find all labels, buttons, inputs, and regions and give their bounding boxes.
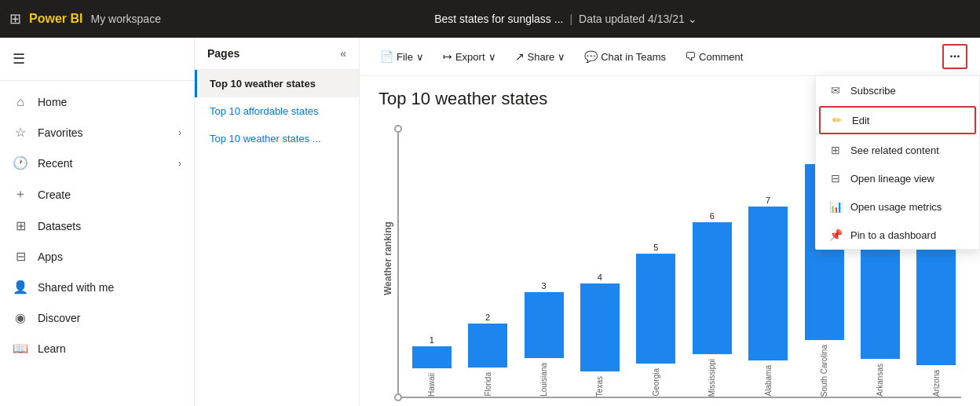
bar-value: 3 xyxy=(541,281,546,291)
dropdown-item-metrics[interactable]: 📊 Open usage metrics xyxy=(816,192,979,221)
sidebar-item-learn[interactable]: 📖 Learn xyxy=(0,333,194,364)
related-icon: ⊞ xyxy=(828,144,843,156)
bar-group: 2Florida xyxy=(463,313,512,397)
dashboard-icon: 📌 xyxy=(828,229,843,241)
report-toolbar: 📄 File ∨ ↦ Export ∨ ↗ Share ∨ 💬 Chat in … xyxy=(360,38,980,76)
sidebar-item-label: Apps xyxy=(38,251,181,263)
subscribe-icon: ✉ xyxy=(828,84,843,97)
chevron-down-icon: ∨ xyxy=(558,51,565,63)
dropdown-item-dashboard[interactable]: 📌 Pin to a dashboard xyxy=(816,221,979,249)
bar-group: 5Georgia xyxy=(631,243,681,397)
pages-collapse-button[interactable]: « xyxy=(340,47,346,60)
export-button[interactable]: ↦ Export ∨ xyxy=(435,46,504,67)
bar-label: Texas xyxy=(595,376,604,397)
bar-label: Mississippi xyxy=(708,359,716,397)
pages-header: Pages « xyxy=(195,38,359,70)
bar[interactable] xyxy=(525,292,564,358)
bar-label: Arizona xyxy=(932,370,941,397)
apps-icon: ⊟ xyxy=(13,249,28,264)
sidebar-top: ☰ xyxy=(0,38,194,81)
sidebar-nav: ⌂ Home ☆ Favorites › 🕐 Recent › ＋ Create… xyxy=(0,81,194,406)
share-button[interactable]: ↗ Share ∨ xyxy=(507,46,574,67)
chat-in-teams-button[interactable]: 💬 Chat in Teams xyxy=(576,46,674,67)
page-item-top10affordable[interactable]: Top 10 affordable states xyxy=(195,97,359,125)
bar[interactable] xyxy=(468,324,507,368)
teams-icon: 💬 xyxy=(584,50,598,63)
bar[interactable] xyxy=(636,254,675,364)
hamburger-button[interactable]: ☰ xyxy=(6,47,31,71)
comment-button[interactable]: 🗨 Comment xyxy=(677,46,751,67)
report-title: Top 10 weather states xyxy=(378,89,547,109)
sidebar-item-home[interactable]: ⌂ Home xyxy=(0,87,194,117)
sidebar-item-recent[interactable]: 🕐 Recent › xyxy=(0,148,194,178)
bar-value: 2 xyxy=(485,313,490,322)
share-icon: ↗ xyxy=(515,50,525,63)
sidebar-item-favorites[interactable]: ☆ Favorites › xyxy=(0,117,194,148)
sidebar-item-label: Learn xyxy=(38,342,181,355)
sidebar-item-discover[interactable]: ◉ Discover xyxy=(0,302,194,333)
bar-label: Alabama xyxy=(764,365,773,396)
edit-icon: ✏ xyxy=(830,114,844,126)
sidebar-item-datasets[interactable]: ⊞ Datasets xyxy=(0,210,194,241)
bar-label: Louisiana xyxy=(539,363,548,397)
metrics-icon: 📊 xyxy=(828,200,843,213)
bar-value: 5 xyxy=(653,243,658,252)
bar-label: Arkansas xyxy=(876,364,884,397)
chevron-down-icon: ∨ xyxy=(488,51,496,63)
file-icon: 📄 xyxy=(380,50,393,63)
dropdown-item-related[interactable]: ⊞ See related content xyxy=(816,136,979,164)
bar-label: South Carolina xyxy=(820,345,828,397)
sidebar-item-label: Datasets xyxy=(38,220,181,232)
y-axis-label: Weather ranking xyxy=(378,125,397,392)
dropdown-item-lineage[interactable]: ⊟ Open lineage view xyxy=(816,164,979,192)
chevron-down-icon: ∨ xyxy=(416,51,424,63)
bar[interactable] xyxy=(580,283,620,371)
page-item-top10weatherdots[interactable]: Top 10 weather states ... xyxy=(195,125,359,152)
bar[interactable] xyxy=(693,222,732,354)
sidebar-item-label: Create xyxy=(38,188,181,201)
bar-group: 7Alabama xyxy=(743,196,792,396)
pages-panel: Pages « Top 10 weather states Top 10 aff… xyxy=(195,38,360,406)
dropdown-item-subscribe[interactable]: ✉ Subscribe xyxy=(816,76,979,104)
powerbi-logo: Power BI xyxy=(29,12,82,26)
learn-icon: 📖 xyxy=(13,341,28,356)
sidebar-item-create[interactable]: ＋ Create xyxy=(0,178,194,210)
sidebar: ☰ ⌂ Home ☆ Favorites › 🕐 Recent › ＋ Crea… xyxy=(0,38,195,406)
separator: | xyxy=(569,13,572,25)
create-icon: ＋ xyxy=(13,186,28,203)
main-area: ☰ ⌂ Home ☆ Favorites › 🕐 Recent › ＋ Crea… xyxy=(0,38,980,406)
data-updated[interactable]: Data updated 4/13/21 ⌄ xyxy=(579,13,697,25)
sidebar-item-shared[interactable]: 👤 Shared with me xyxy=(0,272,194,302)
sidebar-item-apps[interactable]: ⊟ Apps xyxy=(0,241,194,272)
dropdown-item-edit[interactable]: ✏ Edit xyxy=(819,106,976,134)
y-axis-marker-top xyxy=(394,125,402,133)
bar-group: 3Louisiana xyxy=(519,281,569,397)
bar-value: 1 xyxy=(430,335,434,345)
content-area: Pages « Top 10 weather states Top 10 aff… xyxy=(195,38,980,406)
bar-group: 6Mississippi xyxy=(687,211,737,397)
dropdown-menu: ✉ Subscribe ✏ Edit ⊞ See related content… xyxy=(815,75,980,250)
bar[interactable] xyxy=(412,346,452,368)
favorites-icon: ☆ xyxy=(13,125,28,140)
comment-icon: 🗨 xyxy=(685,50,696,63)
discover-icon: ◉ xyxy=(13,310,28,325)
export-icon: ↦ xyxy=(443,50,452,63)
workspace-label[interactable]: My workspace xyxy=(90,13,160,25)
bar-label: Hawaii xyxy=(427,373,436,397)
sidebar-item-label: Home xyxy=(38,96,181,108)
pages-title: Pages xyxy=(207,47,240,60)
more-options-button[interactable]: ··· xyxy=(942,44,967,69)
report-area: 📄 File ∨ ↦ Export ∨ ↗ Share ∨ 💬 Chat in … xyxy=(360,38,980,406)
sidebar-item-label: Recent xyxy=(38,157,169,170)
report-name: Best states for sunglass ... xyxy=(434,13,563,25)
topbar: ⊞ Power BI My workspace Best states for … xyxy=(0,0,980,38)
file-button[interactable]: 📄 File ∨ xyxy=(372,46,432,67)
grid-icon[interactable]: ⊞ xyxy=(9,10,21,27)
bar-value: 4 xyxy=(598,272,602,282)
shared-icon: 👤 xyxy=(13,280,28,294)
bar[interactable] xyxy=(748,207,788,360)
chevron-right-icon: › xyxy=(178,158,181,169)
home-icon: ⌂ xyxy=(13,95,28,109)
bar-group: 4Texas xyxy=(575,272,624,397)
page-item-top10weather[interactable]: Top 10 weather states xyxy=(195,70,359,97)
